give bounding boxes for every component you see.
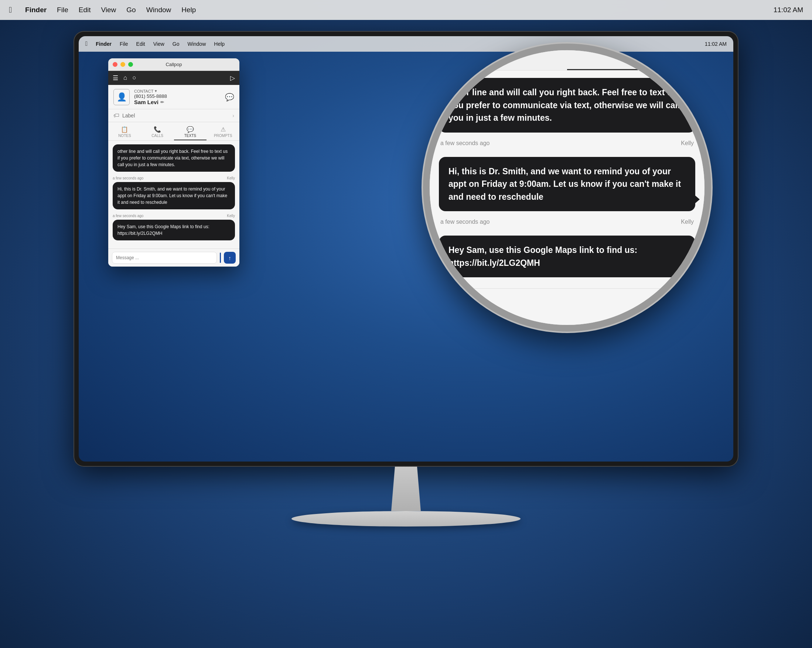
dropdown-icon[interactable]: ▾ bbox=[155, 88, 157, 93]
tab-prompts-label: PROMPTS bbox=[214, 134, 232, 138]
menu-help[interactable]: Help bbox=[182, 6, 196, 14]
contact-info: CONTACT ▾ (801) 555-8888 Sam Levi ✏ bbox=[134, 88, 221, 105]
tab-prompts[interactable]: ⚠ PROMPTS bbox=[206, 124, 240, 140]
message-text-1: Hi, this is Dr. Smith, and we want to re… bbox=[118, 186, 227, 205]
message-bubble-0: other line and will call you right back.… bbox=[113, 144, 235, 172]
outer-menubar:  Finder File Edit View Go Window Help 1… bbox=[0, 0, 812, 20]
send-button[interactable]: ↑ bbox=[224, 252, 236, 264]
zoom-send-button[interactable]: ↑ bbox=[671, 294, 697, 320]
zoom-msg-sender-2: Kelly bbox=[681, 219, 694, 225]
notes-icon: 📋 bbox=[121, 126, 128, 133]
zoom-message-text-1: Hi, this is Dr. Smith, and we want to re… bbox=[449, 166, 681, 201]
label-text: Label bbox=[122, 113, 135, 119]
tab-notes[interactable]: 📋 NOTES bbox=[108, 124, 141, 140]
chat-icon[interactable]: 💬 bbox=[225, 93, 234, 102]
callpop-titlebar: Callpop bbox=[108, 58, 240, 71]
msg-meta-1: a few seconds ago Kelly bbox=[113, 176, 235, 180]
messages-area[interactable]: other line and will call you right back.… bbox=[108, 141, 240, 249]
zoom-tab-calls[interactable]: CALLS bbox=[430, 50, 567, 70]
calls-icon: 📞 bbox=[154, 126, 161, 133]
home-icon[interactable]: ⌂ bbox=[124, 74, 127, 82]
zoom-texts-label: TEXTS bbox=[625, 56, 646, 64]
monitor-wrapper:  Finder File Edit View Go Window Help 1… bbox=[73, 31, 739, 526]
menu-edit[interactable]: Edit bbox=[79, 6, 91, 14]
tabs-bar: 📋 NOTES 📞 CALLS 💬 TEXTS ⚠ PROMPTS bbox=[108, 122, 240, 141]
msg-meta-2: a few seconds ago Kelly bbox=[113, 214, 235, 218]
monitor-screen:  Finder File Edit View Go Window Help 1… bbox=[79, 36, 733, 462]
tab-calls-label: CALLS bbox=[151, 134, 163, 138]
menu-view[interactable]: View bbox=[101, 6, 116, 14]
message-bubble-2: Hey Sam, use this Google Maps link to fi… bbox=[113, 220, 235, 240]
apple-logo-icon:  bbox=[9, 5, 12, 15]
message-text-0: other line and will call you right back.… bbox=[118, 149, 227, 167]
tab-texts[interactable]: 💬 TEXTS bbox=[174, 124, 207, 140]
message-input-area: ↑ bbox=[108, 249, 240, 267]
monitor-bezel:  Finder File Edit View Go Window Help 1… bbox=[73, 31, 739, 467]
label-row[interactable]: 🏷 Label › bbox=[108, 109, 240, 122]
msg-sender-1: Kelly bbox=[227, 176, 235, 180]
search-icon[interactable]: ○ bbox=[132, 74, 136, 82]
inner-menu-help[interactable]: Help bbox=[214, 41, 224, 47]
zoom-msg-meta-2: a few seconds ago Kelly bbox=[439, 219, 695, 225]
inner-menubar-time: 11:02 AM bbox=[705, 41, 727, 47]
inner-apple-icon:  bbox=[85, 40, 87, 48]
input-divider bbox=[220, 253, 221, 263]
contact-label: CONTACT ▾ bbox=[134, 88, 221, 93]
message-bubble-1: Hi, this is Dr. Smith, and we want to re… bbox=[113, 182, 235, 209]
menu-go[interactable]: Go bbox=[126, 6, 136, 14]
monitor-stand bbox=[292, 467, 520, 526]
inner-menu-view[interactable]: View bbox=[153, 41, 164, 47]
forward-icon[interactable]: ▷ bbox=[230, 74, 235, 82]
zoom-message-text-2: Hey Sam, use this Google Maps link to fi… bbox=[449, 245, 637, 268]
inner-menu-finder[interactable]: Finder bbox=[96, 41, 111, 47]
zoom-message-bubble-top: other line and will call you right back.… bbox=[439, 78, 695, 133]
menubar-time: 11:02 AM bbox=[774, 6, 803, 14]
msg-time-1: a few seconds ago bbox=[113, 176, 143, 180]
tab-calls[interactable]: 📞 CALLS bbox=[141, 124, 174, 140]
zoom-message-input[interactable] bbox=[437, 297, 661, 316]
texts-icon: 💬 bbox=[186, 126, 194, 133]
zoom-tab-texts[interactable]: TEXTS bbox=[567, 50, 705, 70]
inner-menubar:  Finder File Edit View Go Window Help 1… bbox=[79, 36, 733, 52]
stand-neck bbox=[388, 467, 424, 511]
zoom-input-area: ↑ bbox=[430, 288, 705, 325]
menu-icon[interactable]: ☰ bbox=[113, 74, 118, 82]
label-arrow-icon: › bbox=[232, 113, 234, 119]
tab-texts-label: TEXTS bbox=[184, 134, 196, 138]
contact-phone: (801) 555-8888 bbox=[134, 93, 221, 99]
contact-section: 👤 CONTACT ▾ (801) 555-8888 Sam Levi ✏ bbox=[108, 85, 240, 109]
zoom-msg-time-2: a few seconds ago bbox=[440, 219, 490, 225]
inner-menu-go[interactable]: Go bbox=[172, 41, 180, 47]
traffic-lights bbox=[113, 62, 133, 67]
zoom-input-divider bbox=[665, 298, 667, 315]
edit-icon[interactable]: ✏ bbox=[160, 100, 164, 105]
msg-sender-2: Kelly bbox=[227, 214, 235, 218]
zoom-messages-area[interactable]: other line and will call you right back.… bbox=[430, 70, 705, 288]
maximize-button[interactable] bbox=[128, 62, 133, 67]
callpop-toolbar: ☰ ⌂ ○ ▷ bbox=[108, 71, 240, 85]
tab-notes-label: NOTES bbox=[118, 134, 131, 138]
window-title: Callpop bbox=[165, 62, 182, 67]
close-button[interactable] bbox=[113, 62, 118, 67]
zoom-message-bubble-2: Hey Sam, use this Google Maps link to fi… bbox=[439, 236, 695, 277]
message-input[interactable] bbox=[112, 252, 217, 264]
zoom-header: CALLS TEXTS bbox=[430, 50, 705, 70]
callpop-window: Callpop ☰ ⌂ ○ ▷ 👤 bbox=[108, 58, 240, 267]
inner-menu-window[interactable]: Window bbox=[187, 41, 206, 47]
toolbar-left: ☰ ⌂ ○ bbox=[113, 74, 136, 82]
zoom-msg-time-1: a few seconds ago bbox=[440, 140, 490, 146]
menu-finder[interactable]: Finder bbox=[25, 6, 47, 14]
zoom-msg-meta-1: a few seconds ago Kelly bbox=[439, 140, 695, 146]
contact-avatar-icon: 👤 bbox=[117, 92, 127, 102]
zoom-message-bubble-1: Hi, this is Dr. Smith, and we want to re… bbox=[439, 157, 695, 212]
stand-base bbox=[292, 511, 520, 526]
inner-menu-edit[interactable]: Edit bbox=[136, 41, 145, 47]
contact-name: Sam Levi ✏ bbox=[134, 99, 221, 105]
msg-time-2: a few seconds ago bbox=[113, 214, 143, 218]
menu-window[interactable]: Window bbox=[146, 6, 171, 14]
contact-icon: 👤 bbox=[113, 89, 130, 105]
zoom-calls-label: CALLS bbox=[487, 56, 509, 64]
minimize-button[interactable] bbox=[121, 62, 125, 67]
inner-menu-file[interactable]: File bbox=[120, 41, 128, 47]
menu-file[interactable]: File bbox=[57, 6, 68, 14]
